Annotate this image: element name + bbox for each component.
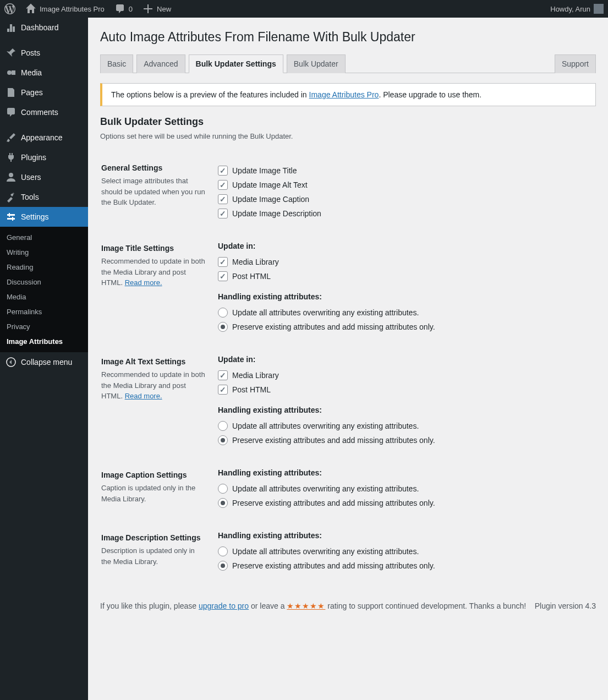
site-name-link[interactable]: Image Attributes Pro [25, 3, 105, 14]
wordpress-icon [4, 3, 15, 14]
main-content: Auto Image Attributes From Filename With… [88, 18, 608, 700]
notice-link[interactable]: Image Attributes Pro [309, 90, 379, 99]
read-more-link[interactable]: Read more. [125, 392, 162, 400]
sidebar-item-posts[interactable]: Posts [0, 43, 88, 63]
cb-title-post-html[interactable]: Post HTML [218, 271, 589, 281]
new-link[interactable]: New [143, 3, 171, 14]
section-desc: Options set here will be used while runn… [100, 132, 596, 140]
general-hint: Select image attributes that should be u… [101, 176, 206, 208]
admin-sidebar: Dashboard Posts Media Pages Comments App… [0, 18, 88, 700]
cb-alt-post-html[interactable]: Post HTML [218, 385, 589, 395]
submenu-writing[interactable]: Writing [0, 245, 88, 260]
rb-label: Preserve existing attributes and add mis… [232, 499, 435, 507]
comment-icon [114, 3, 125, 14]
title-hint: Recommended to update in both the Media … [101, 256, 206, 288]
submenu-reading[interactable]: Reading [0, 260, 88, 275]
rb-caption-overwrite[interactable]: Update all attributes overwriting any ex… [218, 484, 589, 494]
plugin-version: Plugin version 4.3 [535, 601, 596, 610]
plus-icon [143, 3, 154, 14]
svg-point-1 [9, 173, 13, 177]
sidebar-label: Settings [21, 212, 49, 221]
submenu-permalinks[interactable]: Permalinks [0, 304, 88, 319]
sidebar-item-pages[interactable]: Pages [0, 83, 88, 102]
caption-hint: Caption is updated only in the Media Lib… [101, 483, 206, 504]
sidebar-item-comments[interactable]: Comments [0, 102, 88, 122]
cb-update-description[interactable]: Update Image Description [218, 209, 589, 218]
sidebar-label: Users [21, 173, 41, 182]
radio-icon [218, 322, 228, 332]
settings-icon [6, 211, 17, 222]
sidebar-label: Dashboard [21, 23, 59, 32]
title-section-title: Image Title Settings [101, 244, 174, 253]
rb-alt-preserve[interactable]: Preserve existing attributes and add mis… [218, 435, 589, 445]
cb-alt-media-library[interactable]: Media Library [218, 370, 589, 380]
rb-desc-overwrite[interactable]: Update all attributes overwriting any ex… [218, 546, 589, 556]
rb-desc-preserve[interactable]: Preserve existing attributes and add mis… [218, 561, 589, 571]
admin-bar: Image Attributes Pro 0 New Howdy, Arun [0, 0, 608, 18]
media-icon [6, 67, 17, 78]
avatar [594, 4, 604, 14]
handling-label: Handling existing attributes: [218, 531, 589, 540]
rb-alt-overwrite[interactable]: Update all attributes overwriting any ex… [218, 421, 589, 431]
update-in-label: Update in: [218, 355, 589, 364]
radio-icon [218, 498, 228, 508]
checkbox-icon [218, 257, 228, 267]
read-more-link[interactable]: Read more. [125, 278, 162, 287]
cb-update-alt[interactable]: Update Image Alt Text [218, 180, 589, 190]
radio-icon [218, 546, 228, 556]
checkbox-icon [218, 370, 228, 380]
sidebar-label: Appearance [21, 133, 63, 142]
tab-support[interactable]: Support [555, 54, 596, 73]
wp-logo[interactable] [4, 3, 15, 14]
radio-icon [218, 561, 228, 571]
sidebar-item-tools[interactable]: Tools [0, 187, 88, 207]
rb-title-preserve[interactable]: Preserve existing attributes and add mis… [218, 322, 589, 332]
desc-hint: Description is updated only in the Media… [101, 545, 206, 567]
rb-label: Preserve existing attributes and add mis… [232, 436, 435, 445]
pages-icon [6, 87, 17, 98]
general-title: General Settings [101, 163, 162, 172]
sidebar-item-plugins[interactable]: Plugins [0, 147, 88, 167]
notice-suffix: . Please upgrade to use them. [379, 90, 481, 99]
plug-icon [6, 152, 17, 163]
collapse-icon [6, 357, 17, 368]
sidebar-item-users[interactable]: Users [0, 167, 88, 187]
svg-rect-5 [12, 217, 13, 221]
brush-icon [6, 132, 17, 143]
submenu-discussion[interactable]: Discussion [0, 275, 88, 289]
collapse-menu[interactable]: Collapse menu [0, 352, 88, 372]
sidebar-item-appearance[interactable]: Appearance [0, 128, 88, 147]
sidebar-item-media[interactable]: Media [0, 63, 88, 83]
tab-basic[interactable]: Basic [100, 54, 133, 73]
tab-bulk-updater[interactable]: Bulk Updater [287, 54, 346, 73]
upgrade-link[interactable]: upgrade to pro [199, 601, 249, 610]
rb-title-overwrite[interactable]: Update all attributes overwriting any ex… [218, 308, 589, 318]
tab-advanced[interactable]: Advanced [136, 54, 185, 73]
submenu-privacy[interactable]: Privacy [0, 319, 88, 334]
footer-prefix: If you like this plugin, please [100, 601, 199, 610]
tab-bulk-updater-settings[interactable]: Bulk Updater Settings [189, 54, 283, 73]
submenu-media[interactable]: Media [0, 289, 88, 304]
alt-section-title: Image Alt Text Settings [101, 357, 185, 366]
cb-update-caption[interactable]: Update Image Caption [218, 194, 589, 204]
checkbox-icon [218, 180, 228, 190]
rb-caption-preserve[interactable]: Preserve existing attributes and add mis… [218, 498, 589, 508]
submenu-image-attributes[interactable]: Image Attributes [0, 334, 88, 349]
sidebar-item-dashboard[interactable]: Dashboard [0, 18, 88, 37]
submenu-general[interactable]: General [0, 230, 88, 245]
footer: If you like this plugin, please upgrade … [100, 601, 596, 610]
radio-icon [218, 308, 228, 318]
cb-label: Media Library [232, 371, 279, 380]
rb-label: Preserve existing attributes and add mis… [232, 561, 435, 570]
rating-link[interactable]: ★★★★★ [287, 601, 325, 610]
radio-icon [218, 435, 228, 445]
sidebar-item-settings[interactable]: Settings [0, 207, 88, 227]
comments-link[interactable]: 0 [114, 3, 133, 14]
sidebar-label: Tools [21, 193, 39, 201]
cb-title-media-library[interactable]: Media Library [218, 257, 589, 267]
cb-update-title[interactable]: Update Image Title [218, 166, 589, 176]
cb-label: Post HTML [232, 272, 271, 281]
section-heading: Bulk Updater Settings [100, 116, 596, 128]
rb-label: Update all attributes overwriting any ex… [232, 422, 419, 430]
howdy-link[interactable]: Howdy, Arun [550, 4, 604, 14]
